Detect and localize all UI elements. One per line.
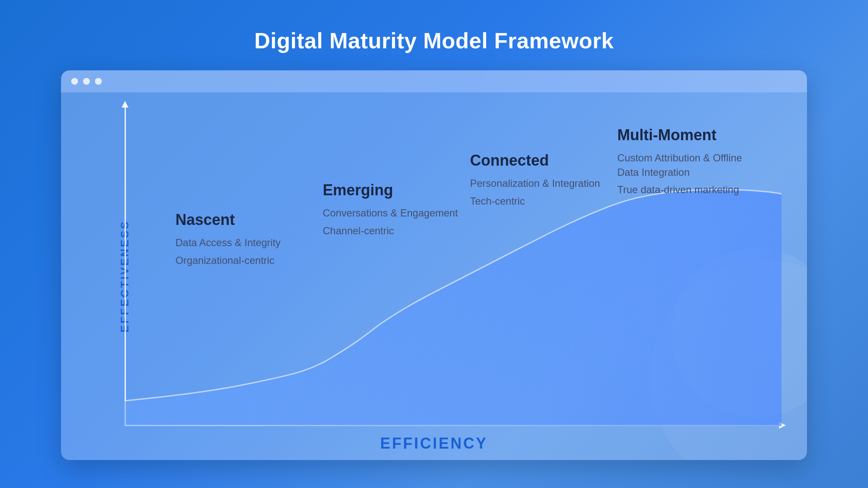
quadrant-emerging: Emerging Conversations & Engagement Chan… [314, 118, 462, 392]
nascent-title: Nascent [175, 211, 281, 229]
multi-moment-bullet-2: True data-driven marketing [618, 183, 757, 197]
multi-moment-bullet-1: Custom Attribution & Offline Data Integr… [618, 151, 757, 179]
window-dot-yellow [83, 78, 90, 85]
connected-bullet-1: Personalization & Integration [470, 176, 600, 191]
multi-moment-title: Multi-Moment [618, 126, 757, 144]
chart-area: EFFECTIVENESS EFFICIENCY [61, 92, 807, 460]
quadrant-nascent: Nascent Data Access & Integrity Organiza… [167, 118, 314, 392]
connected-bullet-2: Tech-centric [470, 194, 600, 208]
page-title: Digital Maturity Model Framework [254, 28, 614, 53]
connected-title: Connected [470, 152, 600, 169]
quadrant-multi-moment: Multi-Moment Custom Attribution & Offlin… [609, 118, 757, 392]
nascent-bullet-1: Data Access & Integrity [175, 236, 281, 250]
axis-container: Nascent Data Access & Integrity Organiza… [103, 105, 782, 426]
window-dot-green [95, 78, 102, 85]
x-axis-label: EFFICIENCY [380, 435, 488, 452]
browser-window: EFFECTIVENESS EFFICIENCY [61, 70, 807, 460]
window-dot-red [71, 78, 78, 85]
browser-titlebar [61, 70, 807, 92]
quadrant-connected: Connected Personalization & Integration … [462, 118, 609, 392]
emerging-title: Emerging [323, 181, 458, 199]
quadrants-container: Nascent Data Access & Integrity Organiza… [167, 118, 756, 392]
nascent-bullet-2: Organizational-centric [175, 253, 281, 268]
emerging-bullet-1: Conversations & Engagement [323, 206, 458, 220]
emerging-bullet-2: Channel-centric [323, 224, 458, 238]
